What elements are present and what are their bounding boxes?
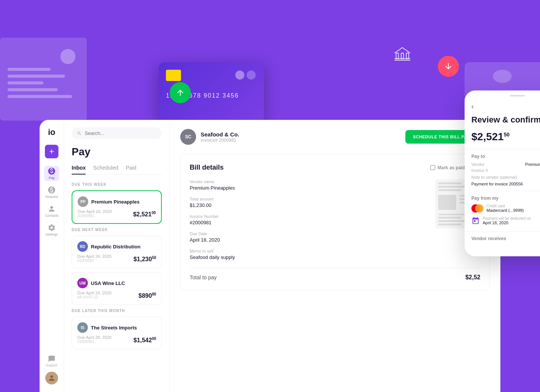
review-panel-header: ‹ ✕ xyxy=(465,100,540,115)
credit-card-type-label: Credit card xyxy=(486,204,524,208)
sidebar-item-contacts[interactable]: Contacts xyxy=(44,204,59,219)
pay-deduction-row: Payment will be deducted on April 18, 20… xyxy=(471,216,540,225)
tab-paid[interactable]: Paid xyxy=(126,165,137,175)
bill-invoice-3: #A-NY47-12 xyxy=(77,295,112,299)
bill-invoice-2: #2000681 xyxy=(77,259,112,263)
bill-invoice-4: #2000981 xyxy=(77,340,112,344)
detail-total-amount: Total amount $1,230.00 xyxy=(190,197,428,208)
vendor-info: SC Seafood & Co. Invoice# 2000981 xyxy=(180,129,239,145)
sidebar-pay-label: Pay xyxy=(49,176,55,180)
review-confirm-panel: ‹ ✕ Review & confirm $2,52150 Pay to Ven… xyxy=(465,90,540,256)
bill-amount-3: $89080 xyxy=(138,292,156,299)
bank-icon xyxy=(393,45,412,67)
bill-name-2: Republic Distribution xyxy=(91,244,140,250)
svg-rect-0 xyxy=(396,53,398,59)
bill-amount-4: $1,54200 xyxy=(133,337,156,344)
bill-amount-2: $1,23050 xyxy=(133,256,156,263)
sidebar-contacts-label: Contacts xyxy=(45,214,58,217)
bill-due-1: Due April 18, 2020 xyxy=(78,209,112,214)
review-vendor-receives-section: Vendor receives xyxy=(465,231,540,249)
review-title: Review & confirm xyxy=(465,115,540,128)
sidebar-item-pay[interactable]: Pay xyxy=(44,166,59,181)
bg-doc-left xyxy=(0,38,87,121)
bill-avatar-4: IS xyxy=(77,322,88,333)
tab-inbox[interactable]: Inbox xyxy=(72,165,86,175)
bill-due-3: Due April 24, 2020 xyxy=(77,291,112,295)
sidebar-item-request[interactable]: Request xyxy=(44,185,59,200)
page-title: Pay xyxy=(72,146,162,158)
review-note-row: Note to vendor (optional) Payment for in… xyxy=(471,175,540,186)
sidebar-bottom: Support xyxy=(45,355,58,384)
logo: io xyxy=(48,127,55,137)
bill-name-4: The Streets Imports xyxy=(91,325,137,331)
review-pay-to-section: Pay to Vendor Premium Pineapples Invoice… xyxy=(465,149,540,191)
svg-rect-1 xyxy=(401,53,403,59)
bill-due-2: Due April 24, 2020 xyxy=(77,254,112,259)
bill-details-card: Bill details Mark as paid ••• Vendor nam… xyxy=(180,154,490,290)
search-input[interactable] xyxy=(85,130,156,136)
sidebar-support[interactable]: Support xyxy=(46,355,58,367)
bill-detail: SC Seafood & Co. Invoice# 2000981 SCHEDU… xyxy=(170,120,500,392)
vendor-name: Seafood & Co. xyxy=(201,131,239,138)
deduction-label: Payment will be deducted on xyxy=(483,216,531,220)
detail-vendor-name: Vendor name Premium Pineapples xyxy=(190,179,428,191)
review-invoice-row: Invoice # 200556 xyxy=(471,168,540,173)
bill-detail-header: SC Seafood & Co. Invoice# 2000981 SCHEDU… xyxy=(180,129,490,145)
support-label: Support xyxy=(46,363,58,367)
svg-rect-2 xyxy=(406,53,408,59)
sidebar: io Pay Request Contacts Settings xyxy=(40,120,64,392)
bill-details-title: Bill details Mark as paid ••• xyxy=(190,163,480,172)
bill-item-1[interactable]: PP Premium Pineapples Due April 18, 2020… xyxy=(72,190,162,224)
sidebar-settings-label: Settings xyxy=(46,233,58,236)
bill-avatar-2: RD xyxy=(77,241,88,252)
sidebar-request-label: Request xyxy=(45,195,58,199)
vendor-invoice-number: Invoice# 2000981 xyxy=(201,138,239,143)
add-button[interactable] xyxy=(45,145,58,158)
bill-name-3: USA Wine LLC xyxy=(91,280,125,286)
bill-due-4: Due April 28, 2020 xyxy=(77,335,112,340)
vendor-avatar: SC xyxy=(180,129,196,145)
total-row: Total to pay $2,52 xyxy=(190,268,480,281)
back-button[interactable]: ‹ xyxy=(471,103,474,110)
bill-item-3[interactable]: UW USA Wine LLC Due April 24, 2020 #A-NY… xyxy=(72,272,162,305)
panel-handle xyxy=(510,95,525,96)
main-container: io Pay Request Contacts Settings xyxy=(40,120,500,392)
bill-avatar-1: PP xyxy=(78,196,88,207)
mark-paid-checkbox[interactable] xyxy=(430,165,435,170)
user-avatar[interactable] xyxy=(45,372,58,384)
card-chip xyxy=(166,70,181,81)
detail-due-date: Due Date April 18, 2020 xyxy=(190,231,428,243)
tab-scheduled[interactable]: Scheduled xyxy=(93,165,118,175)
sidebar-item-settings[interactable]: Settings xyxy=(44,222,59,237)
bill-amount-1: $2,52100 xyxy=(133,211,156,218)
section-due-next-week: DUE NEXT WEEK xyxy=(72,228,162,232)
search-box[interactable] xyxy=(72,127,162,139)
download-arrow-icon xyxy=(438,56,459,77)
bill-item-2[interactable]: RD Republic Distribution Due April 24, 2… xyxy=(72,236,162,268)
review-vendor-row: Vendor Premium Pineapples xyxy=(471,162,540,167)
credit-card-value: Mastercard (...9999) xyxy=(486,208,524,213)
detail-invoice-number: Invoice Number #2000981 xyxy=(190,214,428,225)
bill-name-1: Premium Pineapples xyxy=(91,199,140,205)
bill-avatar-3: UW xyxy=(77,278,88,288)
mark-paid[interactable]: Mark as paid xyxy=(430,165,465,170)
bill-list: Pay Inbox Scheduled Paid DUE THIS WEEK P… xyxy=(64,120,170,392)
section-due-this-week: DUE THIS WEEK xyxy=(72,182,162,187)
calendar-icon xyxy=(471,217,480,225)
tabs: Inbox Scheduled Paid xyxy=(72,165,162,175)
review-amount: $2,52150 xyxy=(465,128,540,149)
mastercard-icon xyxy=(471,204,483,213)
deduction-date: April 18, 2020 xyxy=(483,220,531,225)
upload-arrow-icon xyxy=(170,82,191,103)
bill-invoice-1: #2000981 xyxy=(78,214,112,218)
search-icon xyxy=(77,131,82,136)
review-pay-from-section: Pay from my Credit card Mastercard (...9… xyxy=(465,191,540,231)
bill-item-4[interactable]: IS The Streets Imports Due April 28, 202… xyxy=(72,317,162,349)
section-due-later: DUE LATER THIS MONTH xyxy=(72,309,162,313)
pay-method-credit-card: Credit card Mastercard (...9999) Edit xyxy=(471,204,540,213)
detail-memo: Memo to self Seafood daily supply xyxy=(190,249,428,260)
